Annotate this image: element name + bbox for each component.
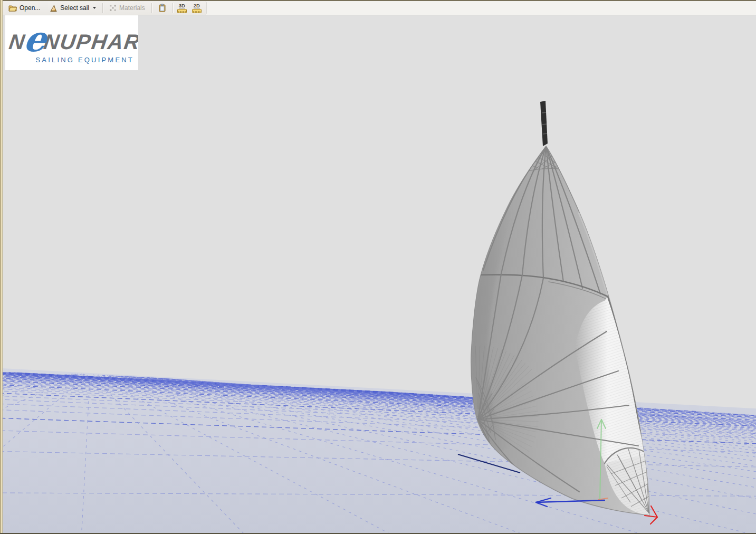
select-sail-button[interactable]: Select sail xyxy=(45,2,101,14)
brand-logo: N e NUPHAR SAILING EQUIPMENT xyxy=(5,15,138,70)
view-2d-label: 2D xyxy=(194,3,200,8)
toolbar-button-group: Open... Select sail xyxy=(3,1,207,15)
materials-label: Materials xyxy=(119,4,145,12)
viewport-3d[interactable] xyxy=(0,0,756,534)
view-3d-label: 3D xyxy=(179,3,185,8)
open-button-label: Open... xyxy=(20,4,40,12)
materials-button[interactable]: Materials xyxy=(104,2,150,14)
paste-icon xyxy=(158,4,166,12)
toolbar-separator xyxy=(151,3,152,13)
brand-wordmark: N e NUPHAR xyxy=(8,26,138,52)
dropdown-arrow-icon xyxy=(93,7,96,9)
materials-icon xyxy=(109,4,117,12)
toolbar-separator xyxy=(173,3,173,13)
view-2d-button[interactable]: 2D xyxy=(189,1,204,15)
ruler-3d-icon xyxy=(177,9,187,13)
open-folder-icon xyxy=(8,4,17,12)
logo-accent-letter: e xyxy=(23,28,48,50)
open-button[interactable]: Open... xyxy=(4,2,45,14)
window-left-border xyxy=(0,0,3,534)
paste-button[interactable] xyxy=(154,2,171,14)
sail-icon xyxy=(50,4,58,12)
logo-part2: NUPHAR xyxy=(42,31,138,52)
toolbar-separator xyxy=(102,3,103,13)
main-toolbar: Open... Select sail xyxy=(3,1,756,15)
view-3d-button[interactable]: 3D xyxy=(175,1,189,15)
ruler-2d-icon xyxy=(192,9,202,13)
application-window: Open... Select sail xyxy=(0,0,756,534)
logo-subtitle: SAILING EQUIPMENT xyxy=(35,56,134,64)
window-top-border xyxy=(0,0,756,1)
select-sail-label: Select sail xyxy=(60,4,89,12)
